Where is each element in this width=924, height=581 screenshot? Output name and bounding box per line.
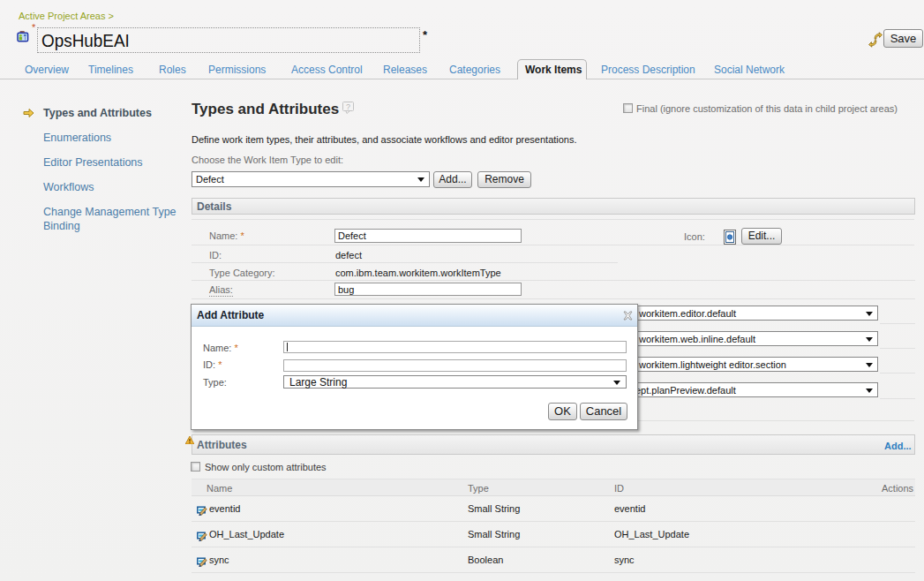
svg-text:?: ? — [346, 102, 350, 111]
